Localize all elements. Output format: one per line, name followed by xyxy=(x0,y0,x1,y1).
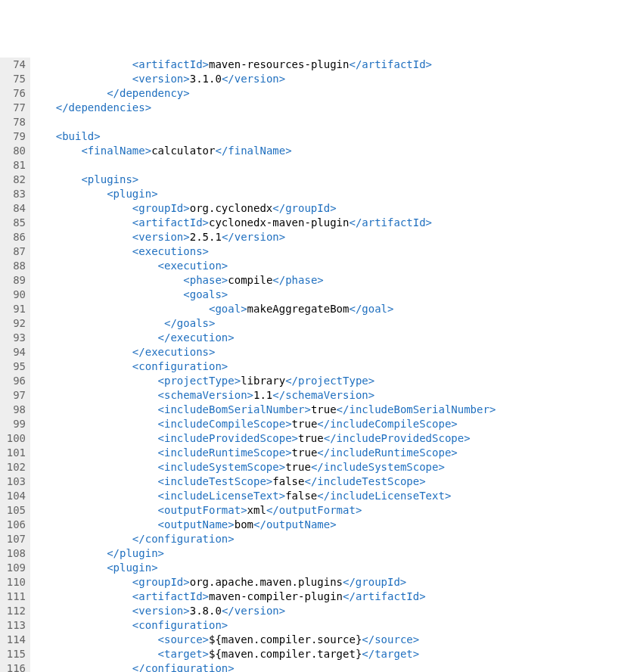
code-line[interactable]: <plugins> xyxy=(30,173,496,187)
line-number: 98 xyxy=(3,403,26,417)
line-number: 114 xyxy=(3,633,26,647)
code-line[interactable]: <goal>makeAggregateBom</goal> xyxy=(30,302,496,316)
line-number: 109 xyxy=(3,561,26,575)
line-number: 83 xyxy=(3,187,26,201)
code-line[interactable]: <includeBomSerialNumber>true</includeBom… xyxy=(30,403,496,417)
code-line[interactable]: <version>3.1.0</version> xyxy=(30,72,496,86)
line-number: 91 xyxy=(3,302,26,316)
code-line[interactable]: <includeRuntimeScope>true</includeRuntim… xyxy=(30,446,496,460)
line-number: 74 xyxy=(3,58,26,72)
line-number: 96 xyxy=(3,374,26,388)
line-number: 78 xyxy=(3,115,26,129)
code-line[interactable]: <plugin> xyxy=(30,187,496,201)
line-number: 90 xyxy=(3,288,26,302)
line-number: 86 xyxy=(3,230,26,244)
code-line[interactable]: </execution> xyxy=(30,331,496,345)
line-number: 95 xyxy=(3,359,26,374)
code-line[interactable]: <phase>compile</phase> xyxy=(30,273,496,288)
code-line[interactable]: <configuration> xyxy=(30,618,496,633)
code-line[interactable]: <source>${maven.compiler.source}</source… xyxy=(30,633,496,647)
code-line[interactable]: <outputFormat>xml</outputFormat> xyxy=(30,503,496,518)
code-line[interactable]: <configuration> xyxy=(30,359,496,374)
code-line[interactable]: <groupId>org.apache.maven.plugins</group… xyxy=(30,575,496,590)
line-number: 104 xyxy=(3,489,26,503)
line-number: 88 xyxy=(3,259,26,273)
line-number: 89 xyxy=(3,273,26,288)
code-line[interactable]: </executions> xyxy=(30,345,496,359)
code-line[interactable]: </configuration> xyxy=(30,661,496,672)
line-number: 93 xyxy=(3,331,26,345)
code-line[interactable] xyxy=(30,158,496,173)
code-line[interactable]: <groupId>org.cyclonedx</groupId> xyxy=(30,201,496,216)
line-number: 75 xyxy=(3,72,26,86)
line-number: 101 xyxy=(3,446,26,460)
code-line[interactable]: <includeSystemScope>true</includeSystemS… xyxy=(30,460,496,474)
code-line[interactable]: <finalName>calculator</finalName> xyxy=(30,144,496,158)
line-number: 94 xyxy=(3,345,26,359)
code-line[interactable]: <outputName>bom</outputName> xyxy=(30,518,496,532)
code-editor[interactable]: 7475767778798081828384858687888990919293… xyxy=(0,58,637,672)
line-number: 110 xyxy=(3,575,26,590)
line-number: 79 xyxy=(3,129,26,144)
code-line[interactable]: <executions> xyxy=(30,244,496,259)
line-number: 103 xyxy=(3,474,26,489)
line-number: 99 xyxy=(3,417,26,431)
line-number: 111 xyxy=(3,590,26,604)
code-line[interactable]: <includeLicenseText>false</includeLicens… xyxy=(30,489,496,503)
line-number: 115 xyxy=(3,647,26,661)
line-number: 92 xyxy=(3,316,26,331)
code-line[interactable]: <build> xyxy=(30,129,496,144)
line-number-gutter: 7475767778798081828384858687888990919293… xyxy=(0,58,30,672)
line-number: 112 xyxy=(3,604,26,618)
line-number: 102 xyxy=(3,460,26,474)
line-number: 81 xyxy=(3,158,26,173)
line-number: 106 xyxy=(3,518,26,532)
code-line[interactable]: <target>${maven.compiler.target}</target… xyxy=(30,647,496,661)
code-line[interactable]: </plugin> xyxy=(30,546,496,561)
code-line[interactable]: <goals> xyxy=(30,288,496,302)
code-line[interactable]: </configuration> xyxy=(30,532,496,546)
line-number: 105 xyxy=(3,503,26,518)
line-number: 107 xyxy=(3,532,26,546)
line-number: 87 xyxy=(3,244,26,259)
line-number: 82 xyxy=(3,173,26,187)
code-line[interactable]: <version>3.8.0</version> xyxy=(30,604,496,618)
code-line[interactable]: <schemaVersion>1.1</schemaVersion> xyxy=(30,388,496,403)
line-number: 97 xyxy=(3,388,26,403)
code-line[interactable]: <includeProvidedScope>true</includeProvi… xyxy=(30,431,496,446)
code-line[interactable]: </dependencies> xyxy=(30,101,496,115)
code-line[interactable] xyxy=(30,115,496,129)
line-number: 77 xyxy=(3,101,26,115)
code-line[interactable]: <execution> xyxy=(30,259,496,273)
code-area[interactable]: <artifactId>maven-resources-plugin</arti… xyxy=(30,58,496,672)
code-line[interactable]: <artifactId>maven-compiler-plugin</artif… xyxy=(30,590,496,604)
code-line[interactable]: <includeCompileScope>true</includeCompil… xyxy=(30,417,496,431)
code-line[interactable]: </goals> xyxy=(30,316,496,331)
code-line[interactable]: <plugin> xyxy=(30,561,496,575)
line-number: 100 xyxy=(3,431,26,446)
code-line[interactable]: </dependency> xyxy=(30,86,496,101)
code-line[interactable]: <artifactId>cyclonedx-maven-plugin</arti… xyxy=(30,216,496,230)
line-number: 116 xyxy=(3,661,26,672)
line-number: 85 xyxy=(3,216,26,230)
line-number: 108 xyxy=(3,546,26,561)
line-number: 76 xyxy=(3,86,26,101)
line-number: 84 xyxy=(3,201,26,216)
line-number: 113 xyxy=(3,618,26,633)
line-number: 80 xyxy=(3,144,26,158)
code-line[interactable]: <artifactId>maven-resources-plugin</arti… xyxy=(30,58,496,72)
code-line[interactable]: <includeTestScope>false</includeTestScop… xyxy=(30,474,496,489)
code-line[interactable]: <projectType>library</projectType> xyxy=(30,374,496,388)
code-line[interactable]: <version>2.5.1</version> xyxy=(30,230,496,244)
